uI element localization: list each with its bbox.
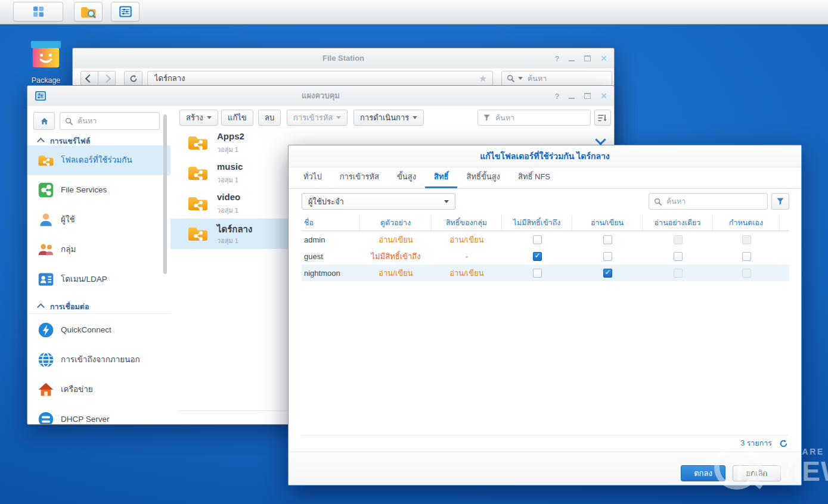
sidebar-item-shared-folders[interactable]: โฟลเดอร์ที่ใช้ร่วมกัน [27,145,170,175]
checkbox-no-access[interactable] [533,269,542,278]
sidebar-search-input[interactable] [76,116,154,126]
checkbox-read-write[interactable] [603,269,612,278]
edit-button[interactable]: แก้ไข [221,110,253,126]
search-options-caret-icon[interactable] [518,77,523,80]
tab-encryption[interactable]: การเข้ารหัส [331,167,388,188]
dialog-header[interactable]: แก้ไขโฟลเดอร์ที่ใช้ร่วมกัน ไดร์กลาง [289,145,801,167]
refresh-button[interactable] [124,71,142,86]
refresh-icon[interactable] [779,439,788,448]
items-count: 3 รายการ [740,437,772,449]
close-button[interactable]: × [600,91,607,101]
cancel-button[interactable]: ยกเลิก [733,465,781,481]
permission-table-header: ชื่อ ดูตัวอย่าง สิทธิ์ของกลุ่ม ไม่มีสิทธ… [302,215,789,231]
encryption-button[interactable]: การเข้ารหัส [287,110,348,126]
shared-folder-icon [187,164,209,182]
minimize-icon [569,55,575,61]
favorite-star-icon[interactable]: ★ [479,73,487,84]
path-breadcrumb-field[interactable]: ★ [147,71,493,86]
taskbar-file-station-button[interactable] [74,2,103,21]
checkbox-read-write[interactable] [603,252,612,261]
tab-advanced[interactable]: ขั้นสูง [388,167,425,188]
sidebar-item-groups[interactable]: กลุ่ม [27,235,170,265]
maximize-button[interactable] [584,55,591,63]
folder-name: Apps2 [217,131,244,141]
minimize-button[interactable] [569,92,575,100]
preview-value: ไม่มีสิทธิ์เข้าถึง [360,250,432,263]
search-icon [654,198,662,206]
quickconnect-icon [38,322,54,338]
maximize-button[interactable] [584,92,591,100]
user-type-value: ผู้ใช้ประจำ [308,195,344,208]
col-read-only[interactable]: อ่านอย่างเดียว [643,215,713,231]
sidebar-scrollbar-thumb[interactable] [163,114,167,274]
permission-row-admin[interactable]: admin อ่าน/เขียน อ่าน/เขียน [302,231,789,248]
col-no-access[interactable]: ไม่มีสิทธิ์เข้าถึง [502,215,572,231]
window-title: File Station [73,48,614,69]
col-preview[interactable]: ดูตัวอย่าง [360,215,432,231]
sidebar-item-dhcp-server[interactable]: DHCP Server [27,405,170,424]
desktop-icon-package-center[interactable]: Package [24,36,68,85]
action-button[interactable]: การดำเนินการ [353,110,424,126]
sidebar-search[interactable] [60,112,160,130]
filter-button[interactable] [771,193,789,210]
checkbox-no-access[interactable] [533,235,542,244]
sidebar-item-quickconnect[interactable]: QuickConnect [27,315,170,345]
search-icon [507,74,514,82]
folder-list-search[interactable] [477,110,591,126]
back-button[interactable] [80,71,98,86]
control-panel-titlebar[interactable]: แผงควบคุม ? × [27,86,614,107]
permission-row-guest[interactable]: guest ไม่มีสิทธิ์เข้าถึง - [302,248,789,265]
checkbox-read-only[interactable] [674,252,683,261]
permission-row-nightmoon[interactable]: nightmoon อ่าน/เขียน อ่าน/เขียน [302,265,789,281]
col-custom[interactable]: กำหนดเอง [713,215,780,231]
user-icon [38,211,54,228]
group-icon [38,241,54,258]
sidebar-item-label: DHCP Server [61,405,110,424]
home-button[interactable] [33,112,55,130]
col-read-write[interactable]: อ่าน/เขียน [572,215,643,231]
create-button[interactable]: สร้าง [179,110,218,126]
checkbox-read-write[interactable] [603,235,612,244]
main-menu-button[interactable] [13,2,63,21]
back-arrow-icon [85,74,94,82]
delete-button[interactable]: ลบ [258,110,281,126]
checkbox-custom [742,269,751,278]
ok-button[interactable]: ตกลง [681,465,725,481]
folder-search-input[interactable] [494,113,585,123]
section-connectivity[interactable]: การเชื่อมต่อ [27,298,170,314]
tab-general[interactable]: ทั่วไป [294,167,331,188]
tab-nfs-permissions[interactable]: สิทธิ์ NFS [509,167,559,188]
file-services-icon [38,182,54,198]
file-station-search[interactable] [501,71,612,86]
sidebar-item-users[interactable]: ผู้ใช้ [27,205,170,235]
group-permission-value: - [432,252,502,261]
path-input[interactable] [153,73,479,83]
checkbox-custom[interactable] [742,252,751,261]
col-gutter [780,215,789,231]
permission-search[interactable] [649,193,768,210]
permission-search-input[interactable] [665,197,762,206]
search-input[interactable] [526,74,607,83]
taskbar-control-panel-button[interactable] [111,2,139,21]
sidebar-item-network[interactable]: เครือข่าย [27,375,170,405]
minimize-button[interactable] [569,55,575,63]
col-group-permission[interactable]: สิทธิ์ของกลุ่ม [432,215,502,231]
checkbox-no-access[interactable] [533,252,542,261]
sidebar-item-label: File Services [61,175,107,205]
forward-button[interactable] [98,71,116,86]
sidebar-item-file-services[interactable]: File Services [27,175,170,205]
tab-permissions[interactable]: สิทธิ์ [425,167,457,188]
help-button[interactable]: ? [555,92,560,100]
col-name[interactable]: ชื่อ [302,215,360,231]
control-panel-sidebar: การแชร์ไฟล์ โฟลเดอร์ที่ใช้ร่วมกัน File S… [27,106,171,424]
group-permission-value: อ่าน/เขียน [432,267,502,279]
tab-advanced-permissions[interactable]: สิทธิ์ขั้นสูง [457,167,509,188]
sidebar-item-domain-ldap[interactable]: โดเมน/LDAP [27,265,170,294]
file-station-titlebar[interactable]: File Station ? × [73,48,614,69]
sort-options-button[interactable] [594,110,611,126]
close-button[interactable]: × [600,53,607,64]
user-type-dropdown[interactable]: ผู้ใช้ประจำ [302,193,455,210]
help-button[interactable]: ? [555,55,560,63]
sidebar-item-external-access[interactable]: การเข้าถึงจากภายนอก [27,345,170,375]
folder-volume: วอลุ่ม 1 [217,235,238,246]
